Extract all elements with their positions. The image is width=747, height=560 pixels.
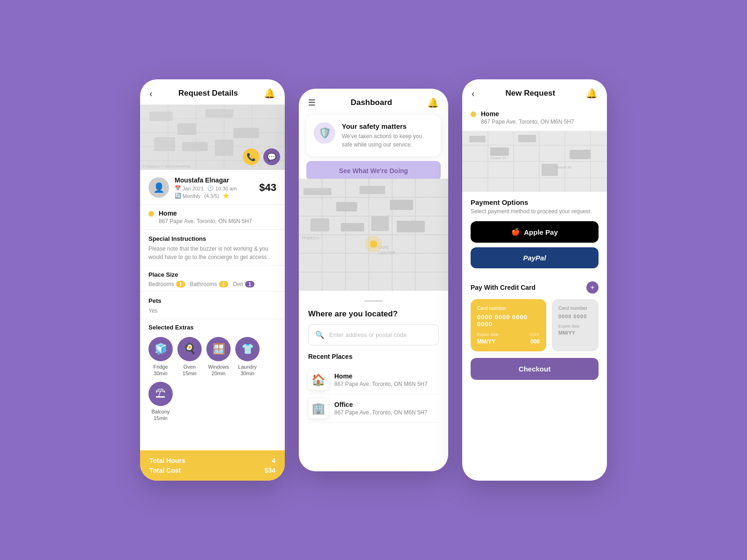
place-home[interactable]: 🏠 Home 867 Pape Ave. Toronto, ON M6N 5H7 [308, 366, 439, 394]
svg-rect-28 [303, 188, 331, 195]
sheet-handle [364, 300, 383, 302]
safety-card: 🛡️ Your safety matters We've taken actio… [306, 115, 441, 156]
message-button[interactable]: 💬 [263, 148, 280, 165]
location-row: Home 867 Pape Ave. Toronto, ON M6N 5H7 [140, 205, 285, 230]
user-name: Moustafa Elnagar [175, 176, 259, 184]
right-phone-header: ‹ New Request 🔔 [462, 79, 607, 105]
new-req-location: Home 867 Pape Ave. Toronto, ON M6N 5H7 [462, 105, 607, 131]
dashboard-bell-icon[interactable]: 🔔 [427, 97, 439, 108]
location-title: Home [159, 210, 252, 217]
apple-logo: 🍎 [511, 228, 520, 236]
add-card-button[interactable]: + [586, 281, 599, 294]
user-rating: (4.3/5) [204, 193, 219, 199]
cvv-val: 000 [530, 338, 540, 345]
svg-rect-34 [371, 216, 389, 231]
svg-rect-14 [182, 142, 208, 151]
new-req-map: Duane St Duane St [462, 131, 607, 192]
cards-row: Card number 0000 0000 0000 0000 Expire d… [471, 299, 599, 351]
apple-pay-button[interactable]: 🍎 Apple Pay [471, 221, 599, 243]
expire-info: Expire date MM/YY [477, 332, 499, 345]
pets-value: Yes [148, 307, 276, 315]
place-size-label: Place Size [148, 271, 276, 278]
place-size-section: Place Size Bedrooms 1 Bathrooms 1 Den 1 [140, 266, 285, 292]
search-placeholder: Enter address or postal code [329, 331, 407, 338]
hamburger-icon[interactable]: ☰ [308, 98, 316, 108]
pets-label: Pets [148, 297, 276, 304]
den-count: 1 [245, 281, 254, 287]
extras-section: Selected Extras [140, 319, 285, 333]
fridge-icon: 🧊 [148, 337, 173, 361]
office-place-info: Office 867 Pape Ave. Toronto, ON M6N 5H7 [334, 401, 428, 416]
special-instructions-section: Special Instructions Please note that th… [140, 230, 285, 266]
svg-rect-12 [233, 128, 259, 138]
inactive-expire-label: Expire date [558, 324, 580, 329]
office-place-addr: 867 Pape Ave. Toronto, ON M6N 5H7 [334, 409, 428, 416]
home-place-addr: 867 Pape Ave. Toronto, ON M6N 5H7 [334, 381, 428, 387]
total-hours-value: 4 [272, 457, 275, 464]
total-cost-value: $34 [265, 467, 275, 474]
footer-bar: Total Hours 4 Total Cost $34 [140, 450, 285, 481]
user-info: Moustafa Elnagar 📅 Jan 2021 🕐 10:30 am 🔄… [175, 176, 259, 199]
left-phone-title: Request Details [178, 89, 238, 98]
oven-icon: 🍳 [177, 337, 202, 361]
left-phone-header: ‹ Request Details 🔔 [140, 79, 285, 105]
left-phone: ‹ Request Details 🔔 [140, 79, 285, 481]
inactive-card[interactable]: Card number 0000 0000 Expire date MM/YY [552, 299, 599, 351]
new-req-back-button[interactable]: ‹ [472, 88, 475, 99]
active-card-bottom: Expire date MM/YY CVV 000 [477, 332, 540, 345]
safety-icon: 🛡️ [314, 122, 335, 144]
where-title: Where are you located? [308, 309, 439, 319]
place-office[interactable]: 🏢 Office 867 Pape Ave. Toronto, ON M6N 5… [308, 394, 439, 423]
payment-subtitle: Select payment method to proceed your re… [471, 208, 599, 215]
active-card[interactable]: Card number 0000 0000 0000 0000 Expire d… [471, 299, 546, 351]
credit-title: Pay With Credit Card [471, 284, 536, 291]
dashboard-map: TRIBECA CIVIC CENTER [299, 179, 448, 291]
user-date: 📅 Jan 2021 [175, 185, 204, 191]
paypal-button[interactable]: PayPal [471, 247, 599, 268]
new-req-bell-icon[interactable]: 🔔 [586, 88, 598, 99]
bedrooms-count: 1 [176, 281, 185, 287]
home-place-name: Home [334, 372, 428, 380]
location-search-input[interactable]: 🔍 Enter address or postal code [308, 324, 439, 345]
new-req-location-dot [471, 112, 476, 117]
see-what-doing-button[interactable]: See What We're Doing [306, 161, 441, 181]
expire-label: Expire date [477, 332, 499, 337]
extra-fridge: 🧊 Fridge30min [148, 337, 173, 377]
payment-title: Payment Options [471, 198, 599, 206]
special-instructions-label: Special Instructions [148, 235, 276, 242]
svg-rect-10 [177, 123, 196, 135]
credit-card-section: Pay With Credit Card + Card number 0000 … [462, 281, 607, 351]
new-req-location-info: Home 867 Pape Ave. Toronto, ON M6N 5H7 [481, 110, 574, 125]
svg-rect-35 [397, 221, 425, 232]
fridge-label: Fridge30min [153, 364, 168, 377]
oven-label: Oven15min [183, 364, 197, 377]
bathrooms-badge: Bathrooms 1 [190, 281, 228, 287]
bedrooms-badge: Bedrooms 1 [148, 281, 185, 287]
expire-val: MM/YY [477, 338, 499, 345]
inactive-card-bottom: Expire date MM/YY [558, 324, 592, 336]
checkout-button[interactable]: Checkout [471, 358, 599, 380]
location-info: Home 867 Pape Ave. Toronto, ON M6N 5H7 [159, 210, 252, 224]
apple-pay-label: Apple Pay [524, 228, 558, 236]
svg-text:Duane St: Duane St [556, 165, 571, 169]
active-card-label: Card number [477, 306, 540, 311]
search-icon: 🔍 [315, 330, 324, 339]
location-address: 867 Pape Ave. Toronto, ON M6N 5H7 [159, 218, 252, 224]
back-button[interactable]: ‹ [149, 88, 153, 99]
place-size-row: Bedrooms 1 Bathrooms 1 Den 1 [148, 281, 276, 287]
svg-text:© Mapbox © OpenStreetMap: © Mapbox © OpenStreetMap [142, 164, 191, 168]
svg-rect-52 [518, 135, 536, 142]
svg-rect-11 [205, 109, 233, 118]
inactive-expire-val: MM/YY [558, 330, 580, 336]
total-cost-label: Total Cost [149, 467, 181, 474]
new-req-title: New Request [505, 89, 555, 98]
extra-balcony: ⛱ Balcony15min [148, 382, 173, 422]
call-button[interactable]: 📞 [243, 148, 260, 165]
bell-icon[interactable]: 🔔 [264, 88, 275, 99]
home-place-icon: 🏠 [308, 370, 329, 390]
total-cost-row: Total Cost $34 [149, 467, 275, 474]
home-place-info: Home 867 Pape Ave. Toronto, ON M6N 5H7 [334, 372, 428, 387]
svg-text:Duane St: Duane St [490, 156, 506, 160]
laundry-label: Laundry30min [238, 364, 257, 377]
active-card-number: 0000 0000 0000 0000 [477, 314, 540, 328]
